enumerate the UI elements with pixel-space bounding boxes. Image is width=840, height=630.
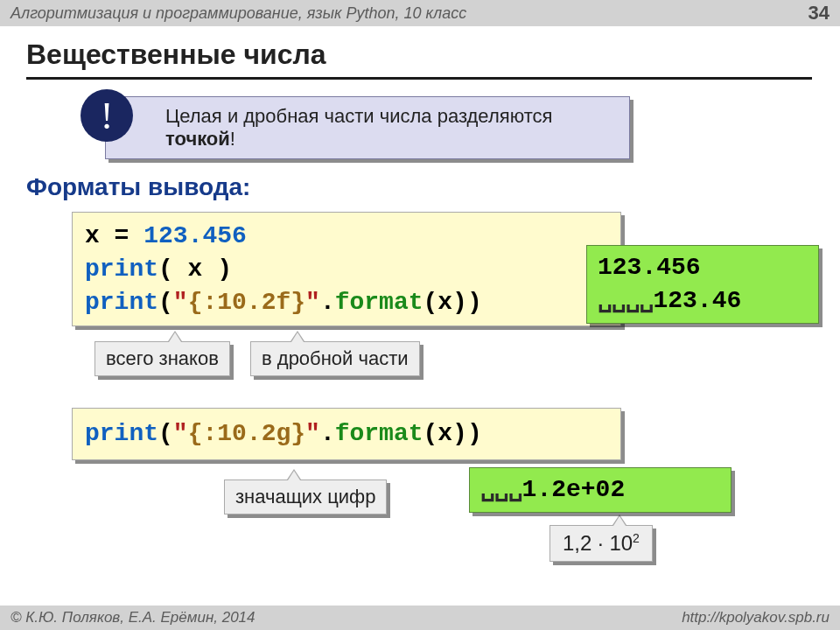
- url-text: http://kpolyakov.spb.ru: [682, 609, 830, 626]
- pointer-icon: [291, 332, 304, 342]
- page-number: 34: [808, 2, 830, 24]
- code-block-1: x = 123.456 print( x ) print("{:10.2f}".…: [72, 212, 621, 326]
- title-underline: [26, 77, 812, 80]
- copyright-text: © К.Ю. Поляков, Е.А. Ерёмин, 2014: [10, 609, 256, 626]
- subhead: Форматы вывода:: [26, 173, 250, 201]
- subject-text: Алгоритмизация и программирование, язык …: [10, 4, 466, 23]
- pointer-icon: [288, 471, 300, 480]
- callout-text-bold: точкой: [165, 128, 230, 150]
- pointer-icon: [169, 332, 181, 342]
- pointer-icon: [613, 516, 626, 526]
- page-title: Вещественные числа: [26, 38, 326, 71]
- exclamation-icon: !: [80, 89, 133, 142]
- tag-sig-digits: значащих цифр: [224, 480, 387, 514]
- output-box-1: 123.456 ␣␣␣␣123.46: [586, 245, 819, 324]
- footer-bar: © К.Ю. Поляков, Е.А. Ерёмин, 2014 http:/…: [0, 606, 840, 630]
- space-glyphs: ␣␣␣␣: [598, 287, 653, 314]
- header-bar: Алгоритмизация и программирование, язык …: [0, 0, 840, 26]
- code-block-2: print("{:10.2g}".format(x)): [72, 408, 621, 460]
- space-glyphs: ␣␣␣: [480, 476, 522, 503]
- output-box-2: ␣␣␣1.2e+02: [469, 467, 732, 513]
- tag-frac-part: в дробной части: [250, 341, 420, 376]
- tag-total-chars: всего знаков: [94, 341, 230, 376]
- callout-box: Целая и дробная части числа разделяются …: [105, 96, 630, 159]
- callout-text-after: !: [230, 128, 235, 150]
- callout-text-before: Целая и дробная части числа разделяются: [165, 105, 552, 127]
- math-notation: 1,2 · 102: [550, 525, 653, 562]
